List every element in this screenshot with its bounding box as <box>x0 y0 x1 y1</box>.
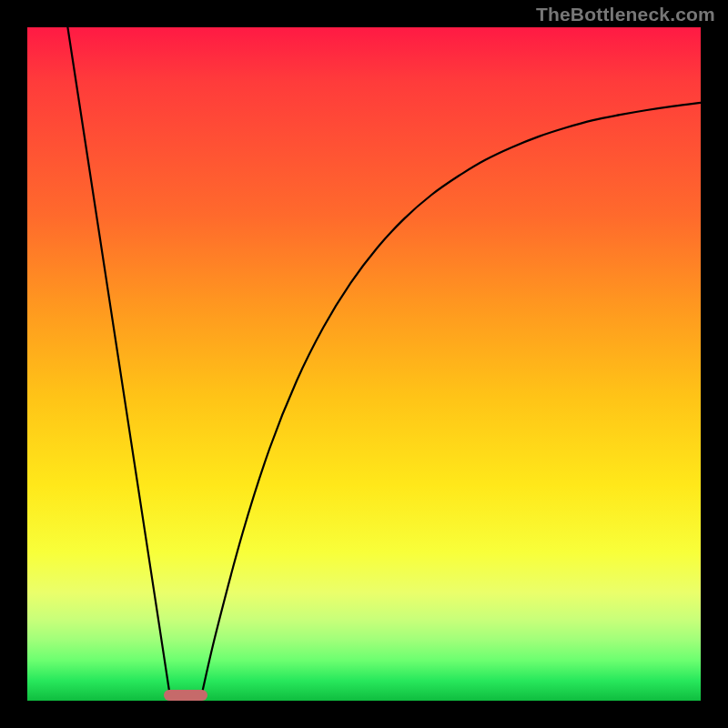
bottleneck-curve <box>27 27 701 701</box>
curve-right-segment <box>200 103 701 701</box>
watermark-label: TheBottleneck.com <box>536 4 715 25</box>
optimal-range-marker <box>164 690 207 701</box>
curve-left-segment <box>67 27 170 701</box>
plot-area <box>27 27 701 701</box>
chart-frame: TheBottleneck.com <box>0 0 728 728</box>
